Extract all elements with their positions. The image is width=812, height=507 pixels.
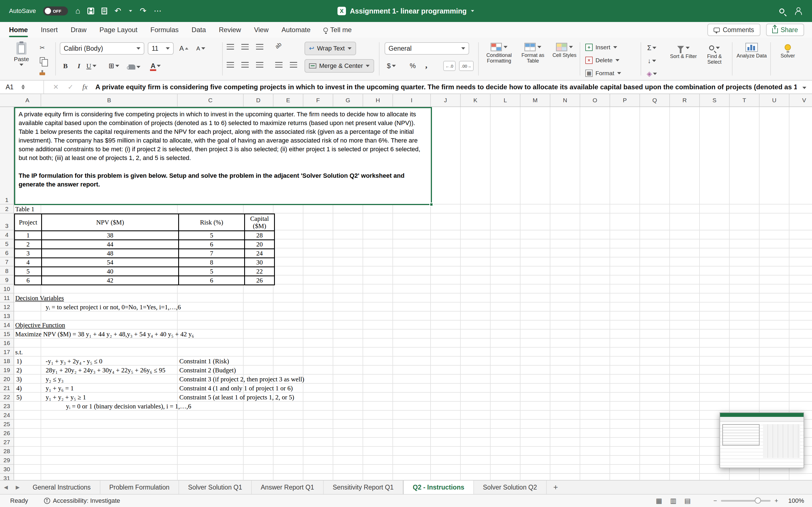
paste-button[interactable]: Paste bbox=[9, 42, 34, 66]
column-header[interactable]: S bbox=[700, 94, 730, 107]
row-header[interactable]: 2 bbox=[0, 205, 13, 214]
more-commands-button[interactable]: ⋯ bbox=[154, 7, 161, 15]
sheet-nav-left[interactable]: ◀ bbox=[0, 481, 12, 494]
column-header[interactable]: D bbox=[244, 94, 273, 107]
fill-color-button[interactable] bbox=[129, 61, 140, 73]
tab-insert[interactable]: Insert bbox=[41, 22, 58, 38]
decrease-indent-button[interactable] bbox=[275, 62, 283, 68]
font-name-select[interactable]: Calibri (Body) bbox=[60, 42, 144, 55]
align-right-button[interactable] bbox=[256, 62, 263, 68]
st-label[interactable]: s.t. bbox=[15, 349, 23, 356]
delete-cells-button[interactable]: × Delete bbox=[585, 55, 619, 65]
number-format-select[interactable]: General bbox=[385, 42, 469, 55]
binary-constraint-text[interactable]: yᵢ = 0 or 1 (binary decision variables),… bbox=[66, 403, 191, 410]
row-header[interactable]: 18 bbox=[0, 356, 13, 365]
orientation-button[interactable]: ab bbox=[274, 41, 283, 50]
row-header[interactable]: 24 bbox=[0, 411, 13, 420]
column-header[interactable]: A bbox=[14, 94, 41, 107]
row-header[interactable]: 14 bbox=[0, 321, 13, 330]
document-title[interactable]: Assignment 1- linear programming bbox=[350, 7, 467, 15]
decrease-font-button[interactable]: A bbox=[195, 43, 206, 54]
column-header[interactable]: C bbox=[177, 94, 244, 107]
table1[interactable]: Project NPV ($M) Risk (%) Capital ($M) 1… bbox=[14, 214, 275, 285]
currency-button[interactable]: $ bbox=[386, 60, 397, 71]
row-header[interactable]: 9 bbox=[0, 276, 13, 284]
table1-header[interactable]: Project bbox=[15, 214, 42, 231]
tab-home[interactable]: Home bbox=[9, 22, 28, 38]
table1-header[interactable]: NPV ($M) bbox=[42, 214, 179, 231]
formula-content[interactable]: A private equity firm is considering fiv… bbox=[95, 83, 797, 91]
normal-view-button[interactable]: ▦ bbox=[656, 497, 662, 505]
sheet-tab-q2-instructions[interactable]: Q2 - Instructions bbox=[403, 481, 474, 494]
column-header[interactable]: J bbox=[431, 94, 461, 107]
redo-button[interactable]: ↷ bbox=[140, 7, 146, 15]
title-chevron-icon[interactable] bbox=[471, 10, 474, 12]
sheet-tab-problem-formulation[interactable]: Problem Formulation bbox=[100, 481, 179, 494]
column-header[interactable]: G bbox=[333, 94, 363, 107]
row-header[interactable]: 26 bbox=[0, 429, 13, 438]
solver-button[interactable]: Solver bbox=[774, 43, 802, 59]
autosave-toggle[interactable]: OFF bbox=[43, 6, 68, 15]
row-header[interactable]: 15 bbox=[0, 330, 13, 339]
tab-automate[interactable]: Automate bbox=[282, 22, 311, 38]
align-center-button[interactable] bbox=[241, 62, 249, 68]
underline-button[interactable]: U bbox=[86, 60, 97, 71]
row-header[interactable]: 11 bbox=[0, 293, 13, 302]
column-header[interactable]: M bbox=[520, 94, 550, 107]
row-header[interactable]: 1 bbox=[0, 107, 13, 205]
sheet-tab-solver-solution-q1[interactable]: Solver Solution Q1 bbox=[179, 481, 252, 494]
align-middle-button[interactable] bbox=[241, 44, 249, 50]
tab-review[interactable]: Review bbox=[219, 22, 241, 38]
undo-button[interactable]: ↶ bbox=[114, 7, 121, 15]
comments-button[interactable]: Comments bbox=[707, 24, 760, 36]
zoom-level[interactable]: 100% bbox=[788, 497, 804, 504]
row-header[interactable]: 8 bbox=[0, 267, 13, 276]
decrease-decimal-button[interactable]: .00→ bbox=[459, 61, 474, 71]
zoom-out-button[interactable]: − bbox=[713, 497, 717, 504]
page-layout-view-button[interactable]: ▥ bbox=[670, 497, 677, 505]
column-header[interactable]: B bbox=[41, 94, 177, 107]
table-row[interactable]: 138528 bbox=[15, 231, 274, 240]
row-header[interactable]: 3 bbox=[0, 214, 13, 230]
align-top-button[interactable] bbox=[227, 44, 234, 50]
column-header[interactable]: K bbox=[461, 94, 491, 107]
analyze-data-button[interactable]: Analyze Data bbox=[735, 43, 768, 59]
search-icon[interactable] bbox=[779, 8, 784, 13]
share-button[interactable]: Share bbox=[766, 24, 804, 36]
sheet-tab-sensitivity-report-q1[interactable]: Sensitivity Report Q1 bbox=[324, 481, 403, 494]
row-header[interactable]: 28 bbox=[0, 447, 13, 456]
fill-handle[interactable] bbox=[429, 203, 434, 207]
align-left-button[interactable] bbox=[227, 62, 234, 68]
column-header[interactable]: T bbox=[730, 94, 760, 107]
font-color-button[interactable]: A bbox=[150, 60, 161, 71]
table1-header[interactable]: Risk (%) bbox=[179, 214, 245, 231]
undo-chevron-icon[interactable] bbox=[129, 10, 132, 12]
column-header[interactable]: P bbox=[610, 94, 640, 107]
tab-page-layout[interactable]: Page Layout bbox=[100, 22, 138, 38]
save-icon[interactable] bbox=[87, 8, 94, 14]
table1-label[interactable]: Table 1 bbox=[15, 206, 35, 213]
percent-button[interactable]: % bbox=[407, 60, 418, 71]
enter-icon[interactable]: ✓ bbox=[68, 83, 73, 91]
row-header[interactable]: 10 bbox=[0, 284, 13, 293]
insert-function-icon[interactable]: fx bbox=[82, 83, 87, 91]
sheet-tab-general-instructions[interactable]: General Instructions bbox=[24, 481, 100, 494]
row-header[interactable]: 23 bbox=[0, 402, 13, 411]
column-header[interactable]: F bbox=[303, 94, 333, 107]
table-row[interactable]: 454830 bbox=[15, 258, 274, 267]
cell-a1-merged[interactable]: A private equity firm is considering fiv… bbox=[14, 107, 432, 205]
home-icon[interactable]: ⌂ bbox=[75, 7, 80, 15]
column-header[interactable]: R bbox=[670, 94, 700, 107]
wrap-text-button[interactable]: ↩ Wrap Text bbox=[305, 42, 356, 55]
row-header[interactable]: 27 bbox=[0, 438, 13, 447]
table-row[interactable]: 642626 bbox=[15, 276, 274, 285]
row-header[interactable]: 25 bbox=[0, 420, 13, 429]
increase-decimal-button[interactable]: ←.0 bbox=[443, 61, 456, 71]
worksheet-grid[interactable]: 1234567891011121314151617181920212223242… bbox=[0, 107, 812, 480]
row-header[interactable]: 4 bbox=[0, 230, 13, 239]
sheet-nav-right[interactable]: ▶ bbox=[12, 481, 24, 494]
zoom-slider[interactable] bbox=[721, 500, 770, 502]
formula-bar-expand-icon[interactable] bbox=[797, 83, 812, 91]
row-header[interactable]: 21 bbox=[0, 384, 13, 393]
objective-function-label[interactable]: Objective Function bbox=[15, 322, 65, 329]
